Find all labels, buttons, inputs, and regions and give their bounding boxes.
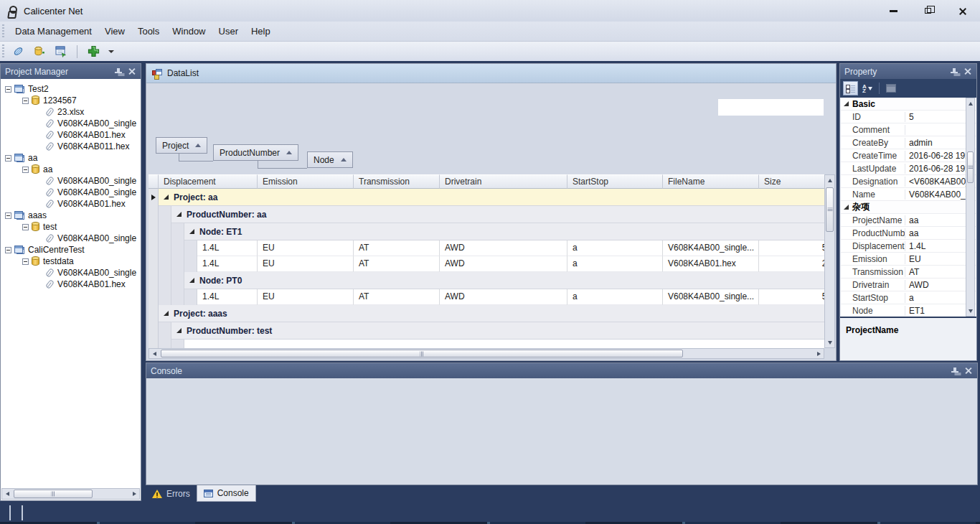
scroll-right-arrow[interactable] bbox=[129, 489, 139, 499]
tree-item[interactable]: V608K4AB00_single bbox=[1, 187, 140, 198]
scroll-thumb[interactable] bbox=[967, 151, 974, 183]
cell-emission[interactable]: EU bbox=[258, 289, 354, 305]
scroll-thumb[interactable] bbox=[14, 490, 93, 498]
tree-item[interactable]: V608K4AB00_single bbox=[1, 118, 140, 129]
scroll-right-arrow[interactable] bbox=[814, 349, 824, 359]
tree-expander[interactable] bbox=[5, 155, 11, 162]
pin-icon[interactable] bbox=[951, 367, 959, 375]
group-expanded-icon[interactable] bbox=[176, 328, 182, 333]
tree-expander[interactable] bbox=[22, 98, 29, 104]
data-row[interactable]: 1.4L EU AT AWD a V608K4AB00_single... 59 bbox=[149, 289, 824, 305]
cell-displacement[interactable]: 1.4L bbox=[197, 256, 258, 272]
tree-item[interactable]: CaliCentreTest bbox=[1, 244, 140, 256]
cell-displacement[interactable]: 1.4L bbox=[197, 240, 258, 256]
menu-window[interactable]: Window bbox=[166, 23, 212, 39]
property-row[interactable]: NodeET1 bbox=[841, 304, 976, 317]
column-header-transmission[interactable]: Transmission bbox=[354, 174, 440, 189]
add-database-button[interactable] bbox=[32, 44, 47, 60]
minimize-button[interactable] bbox=[885, 4, 901, 17]
tree-item[interactable]: V608K4AB01.hex bbox=[1, 198, 140, 210]
property-row[interactable]: NameV608K4AB00_s bbox=[841, 188, 976, 201]
property-row[interactable]: Designation<V608K4AB00_ bbox=[841, 175, 976, 188]
menu-user[interactable]: User bbox=[212, 23, 245, 39]
cell-transmission[interactable]: AT bbox=[354, 240, 440, 256]
project-tree-hscrollbar[interactable] bbox=[1, 488, 140, 500]
tree-item[interactable]: 1234567 bbox=[1, 95, 140, 106]
group-row-productnumber-aa[interactable]: ProductNumber: aa bbox=[149, 206, 824, 223]
property-row[interactable]: CreateByadmin bbox=[841, 136, 976, 149]
cell-startstop[interactable]: a bbox=[567, 256, 663, 272]
cell-filename[interactable]: V608K4AB00_single... bbox=[663, 240, 759, 256]
categorized-view-button[interactable] bbox=[843, 81, 858, 95]
tree-item[interactable]: testdata bbox=[1, 256, 140, 267]
tree-item[interactable]: Test2 bbox=[1, 83, 140, 95]
pin-icon[interactable] bbox=[951, 67, 958, 76]
cell-drivetrain[interactable]: AWD bbox=[440, 240, 567, 256]
group-expanded-icon[interactable] bbox=[164, 311, 169, 316]
group-expanded-icon[interactable] bbox=[189, 278, 194, 283]
column-header-size[interactable]: Size bbox=[759, 174, 824, 189]
data-row[interactable]: 1.4L EU AT AWD a V608K4AB01.hex 25 bbox=[149, 256, 824, 272]
cell-startstop[interactable]: a bbox=[567, 289, 663, 305]
tree-expander[interactable] bbox=[5, 212, 11, 219]
tree-expander[interactable] bbox=[22, 167, 29, 173]
menu-view[interactable]: View bbox=[98, 23, 131, 39]
groupby-chip-project[interactable]: Project bbox=[156, 137, 207, 154]
cell-filename[interactable]: V608K4AB00_single... bbox=[663, 289, 759, 305]
group-row-project-aaas[interactable]: Project: aaas bbox=[149, 305, 824, 322]
scroll-down-arrow[interactable] bbox=[825, 337, 835, 347]
cell-size[interactable]: 59 bbox=[759, 240, 824, 256]
column-header-filename[interactable]: FileName bbox=[663, 174, 759, 189]
tree-item[interactable]: V608K4AB00_single bbox=[1, 233, 140, 244]
tree-item[interactable]: aa bbox=[1, 152, 140, 164]
group-row-node-et1[interactable]: Node: ET1 bbox=[149, 223, 824, 240]
property-row[interactable]: ProjectNameaa bbox=[841, 214, 976, 227]
property-row[interactable]: Comment bbox=[841, 123, 976, 136]
tree-item[interactable]: V608K4AB00_single bbox=[1, 175, 140, 187]
tree-item[interactable]: test bbox=[1, 221, 140, 233]
property-row[interactable]: LastUpdate2016-06-28 19: bbox=[841, 162, 976, 175]
tree-expander[interactable] bbox=[5, 86, 11, 93]
add-new-dropdown-caret[interactable] bbox=[108, 50, 114, 53]
scroll-left-arrow[interactable] bbox=[2, 489, 12, 499]
column-header-emission[interactable]: Emission bbox=[258, 174, 354, 189]
close-panel-icon[interactable] bbox=[965, 368, 971, 374]
cell-startstop[interactable]: a bbox=[567, 240, 663, 256]
scroll-down-arrow[interactable] bbox=[966, 306, 976, 316]
property-row[interactable]: CreateTime2016-06-28 19: bbox=[841, 149, 976, 162]
datalist-vscrollbar[interactable] bbox=[824, 174, 835, 348]
property-row[interactable]: ID5 bbox=[841, 111, 976, 123]
tree-expander[interactable] bbox=[5, 247, 11, 253]
property-row[interactable]: TransmissionAT bbox=[841, 266, 976, 279]
menu-help[interactable]: Help bbox=[245, 23, 277, 39]
property-row[interactable]: ProductNumberaa bbox=[841, 227, 976, 240]
tree-item[interactable]: V608K4AB01.hex bbox=[1, 129, 140, 141]
tree-expander[interactable] bbox=[22, 224, 29, 230]
tree-expander[interactable] bbox=[22, 258, 29, 265]
category-expanded-icon[interactable] bbox=[844, 101, 849, 106]
property-row[interactable]: StartStopa bbox=[841, 291, 976, 304]
property-row[interactable]: DrivetrainAWD bbox=[841, 279, 976, 291]
close-button[interactable] bbox=[954, 4, 970, 17]
cell-transmission[interactable]: AT bbox=[354, 289, 440, 305]
group-expanded-icon[interactable] bbox=[164, 195, 169, 200]
cell-emission[interactable]: EU bbox=[258, 256, 354, 272]
data-form-button[interactable] bbox=[53, 44, 69, 60]
add-new-button[interactable] bbox=[85, 44, 101, 60]
group-row-node-pt0[interactable]: Node: PT0 bbox=[149, 272, 824, 289]
close-panel-icon[interactable] bbox=[964, 68, 971, 75]
cell-emission[interactable]: EU bbox=[258, 240, 354, 256]
group-expanded-icon[interactable] bbox=[176, 212, 182, 217]
column-header-displacement[interactable]: Displacement bbox=[159, 174, 258, 189]
tab-console[interactable]: Console bbox=[197, 485, 256, 502]
groupby-chip-node[interactable]: Node bbox=[307, 151, 353, 168]
tab-errors[interactable]: Errors bbox=[146, 485, 197, 502]
group-row-productnumber-test[interactable]: ProductNumber: test bbox=[149, 322, 824, 340]
groupby-chip-productnumber[interactable]: ProductNumber bbox=[213, 144, 298, 161]
datalist-hscrollbar[interactable] bbox=[149, 348, 824, 359]
category-expanded-icon[interactable] bbox=[844, 205, 849, 210]
scroll-up-arrow[interactable] bbox=[966, 98, 976, 108]
property-vscrollbar[interactable] bbox=[966, 98, 975, 317]
tree-item[interactable]: V608K4AB00_single bbox=[1, 267, 140, 279]
tree-item[interactable]: V608K4AB011.hex bbox=[1, 141, 140, 152]
